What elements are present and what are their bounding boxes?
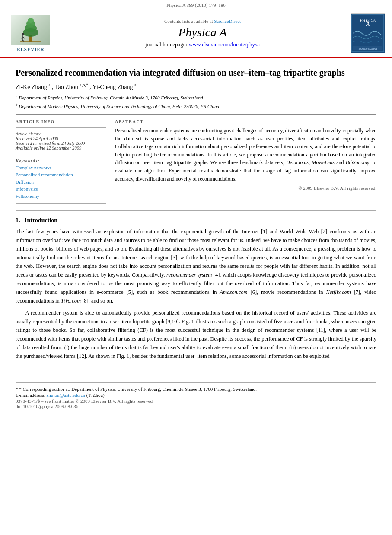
- footnote-email-suffix: (T. Zhou).: [86, 392, 106, 398]
- affiliation-a: a Department of Physics, University of F…: [16, 93, 376, 101]
- aff-b-sup: b: [16, 102, 18, 107]
- dataset-bibsonomy: BibSonomy: [346, 159, 370, 166]
- intro-paragraph-2: A recommender system is able to automati…: [16, 309, 376, 360]
- elsevier-tree-image: [11, 15, 50, 45]
- divider-top: [16, 114, 376, 115]
- authors-line: Zi-Ke Zhang a , Tao Zhou a,b,* , Yi-Chen…: [16, 83, 376, 91]
- article-info-column: ARTICLE INFO Article history: Received 2…: [16, 119, 106, 207]
- divider-keywords: [16, 154, 106, 154]
- abstract-column: ABSTRACT Personalized recommender system…: [115, 119, 376, 207]
- homepage-text: journal homepage:: [145, 41, 188, 48]
- elsevier-logo: ELSEVIER: [7, 13, 54, 54]
- keyword-1: Complex networks: [16, 164, 106, 172]
- author-yicheng-sup: a: [134, 83, 136, 87]
- svg-point-5: [28, 18, 34, 23]
- keywords-header: Keywords:: [16, 159, 106, 163]
- divider-info: [16, 127, 106, 128]
- keywords-section: Keywords: Complex networks Personalized …: [16, 159, 106, 200]
- author-yicheng: Yi-Cheng Zhang: [92, 84, 133, 90]
- journal-reference: Physica A 389 (2010) 179–186: [166, 3, 225, 8]
- available-date: Available online 12 September 2009: [16, 146, 106, 150]
- author-zikezhan: Zi-Ke Zhang: [16, 84, 47, 90]
- keyword-4: Infophysics: [16, 185, 106, 193]
- article-content: Personalized recommendation via integrat…: [0, 58, 392, 369]
- footnote-issn: 0378-4371/$ – see front matter © 2009 El…: [16, 398, 376, 404]
- netflix-italic: Netflix.com: [326, 289, 351, 295]
- dataset-movielens: MovieLens: [312, 159, 335, 166]
- intro-section-header: 1. Introduction: [16, 217, 376, 224]
- affiliation-b: b Department of Modern Physics, Universi…: [16, 102, 376, 110]
- recommender-system-italic: recommender system: [166, 272, 212, 278]
- section-number: 1.: [16, 217, 20, 223]
- divider-section: [16, 210, 376, 211]
- elsevier-brand-text: ELSEVIER: [17, 47, 45, 52]
- tivo-italic: TiVo.com: [61, 298, 81, 304]
- aff-b-text: Department of Modern Physics, University…: [19, 103, 219, 108]
- section-title: Introduction: [25, 217, 57, 223]
- sciencedirect-line: Contents lists available at ScienceDirec…: [61, 19, 344, 24]
- journal-thumbnail: PHYSICA A ScienceDirect: [351, 13, 385, 53]
- received-date: Received 24 April 2009: [16, 136, 106, 141]
- journal-center-info: Contents lists available at ScienceDirec…: [61, 19, 344, 48]
- svg-point-6: [22, 33, 24, 35]
- abstract-text: Personalized recommender systems are con…: [115, 127, 376, 183]
- author-taozhou-sup: a,b,*: [80, 83, 88, 87]
- footnote-email-label: E-mail address:: [16, 392, 45, 398]
- footnote-star-note: * * Corresponding author at: Department …: [16, 386, 376, 392]
- author-zikezhan-sup: a: [48, 83, 50, 87]
- keyword-5: Folksonomy: [16, 193, 106, 200]
- journal-title: Physica A: [61, 25, 344, 39]
- author-taozhou: Tao Zhou: [55, 84, 78, 90]
- svg-text:ScienceDirect: ScienceDirect: [358, 47, 377, 50]
- footnote-star-symbol: *: [16, 386, 18, 392]
- article-info-header: ARTICLE INFO: [16, 119, 106, 124]
- aff-a-text: Department of Physics, University of Fri…: [19, 95, 203, 100]
- dataset-names: Del.icio.us: [286, 159, 309, 166]
- aff-a-sup: a: [16, 94, 18, 98]
- homepage-line: journal homepage: www.elsevier.com/locat…: [61, 41, 344, 48]
- revised-date: Received in revised form 24 July 2009: [16, 141, 106, 146]
- affiliations: a Department of Physics, University of F…: [16, 93, 376, 110]
- contents-available-text: Contents lists available at: [164, 19, 214, 24]
- footnote-email-address: zhutou@ustc.edu.cn: [46, 392, 85, 398]
- article-info-abstract: ARTICLE INFO Article history: Received 2…: [16, 119, 376, 207]
- keyword-3: Diffusion: [16, 178, 106, 186]
- svg-text:A: A: [366, 21, 370, 27]
- keyword-2: Personalized recommendation: [16, 171, 106, 178]
- copyright-notice: © 2009 Elsevier B.V. All rights reserved…: [115, 185, 376, 191]
- journal-header: ELSEVIER Contents lists available at Sci…: [0, 9, 392, 58]
- footnote-doi: doi:10.1016/j.physa.2009.08.036: [16, 404, 376, 409]
- history-label: Article history:: [16, 131, 106, 136]
- footnote-divider: [16, 382, 376, 383]
- homepage-link[interactable]: www.elsevier.com/locate/physa: [188, 41, 260, 48]
- footnote-email: E-mail address: zhutou@ustc.edu.cn (T. Z…: [16, 392, 376, 398]
- divider-bottom-left: [16, 203, 106, 204]
- amazon-italic: Amazon.com: [220, 289, 247, 295]
- article-title: Personalized recommendation via integrat…: [16, 67, 376, 78]
- footnote-area: * * Corresponding author at: Department …: [0, 376, 392, 413]
- intro-paragraph-1: The last few years have witnessed an exp…: [16, 227, 376, 305]
- journal-cover-image: PHYSICA A ScienceDirect: [351, 14, 385, 53]
- sciencedirect-link[interactable]: ScienceDirect: [214, 19, 241, 24]
- journal-reference-bar: Physica A 389 (2010) 179–186: [0, 0, 392, 9]
- footnote-star-text: * Corresponding author at: Department of…: [19, 386, 257, 392]
- abstract-header: ABSTRACT: [115, 119, 376, 124]
- article-history: Article history: Received 24 April 2009 …: [16, 131, 106, 150]
- page-wrapper: Physica A 389 (2010) 179–186: [0, 0, 392, 535]
